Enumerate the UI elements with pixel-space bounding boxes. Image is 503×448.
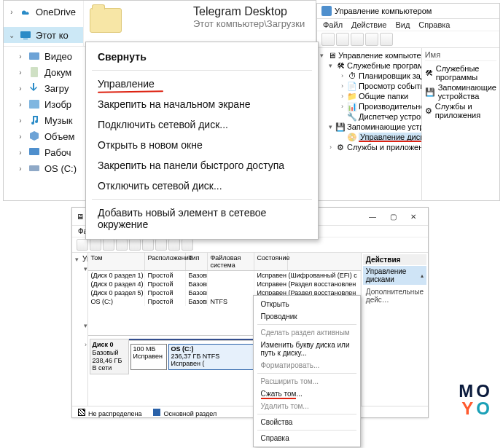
partition-1[interactable]: 100 МБ Исправен (130, 344, 167, 370)
tool-back[interactable] (321, 33, 335, 46)
node-services-apps[interactable]: ›⚙Службы и приложения (319, 142, 420, 152)
folder-icon: 📁 (348, 92, 356, 101)
ctx-help[interactable]: Справка (254, 432, 360, 444)
menu-action[interactable]: Действие (351, 20, 386, 29)
node-system-tools[interactable]: ▾Служебные програм (74, 264, 86, 273)
tool-up[interactable] (103, 239, 114, 251)
node-performance[interactable]: ›📊Производительность (319, 101, 420, 111)
disk-main-pane: Том Расположение Тип Файловая система Со… (88, 253, 362, 406)
tool-x3[interactable] (155, 239, 167, 251)
logo-y: Y (461, 398, 476, 418)
col-layout[interactable]: Расположение (145, 253, 186, 270)
node-shared-folders[interactable]: ›📁Общие папки (319, 91, 420, 101)
tool-refresh[interactable] (116, 239, 128, 251)
ctx-pin-start[interactable]: Закрепить на начальном экране (86, 94, 318, 114)
ctx-map-drive[interactable]: Подключить сетевой диск... (86, 114, 318, 135)
col-type[interactable]: Тип (186, 253, 208, 270)
folder-large-icon[interactable] (90, 8, 122, 33)
table-row[interactable]: (Диск 0 раздел 4)ПростойБазовыйИсправен … (88, 280, 361, 288)
ctx-manage[interactable]: Управление (86, 74, 318, 94)
menu-file[interactable]: Файл (323, 20, 343, 29)
ctx-properties[interactable]: Свойства (254, 416, 360, 428)
cell: NTFS (208, 297, 254, 306)
disk-status: В сети (93, 364, 112, 372)
ctx-change-letter[interactable]: Изменить букву диска или путь к диску... (254, 339, 360, 359)
node-root[interactable]: ▾Управление компьютером ( (74, 254, 86, 264)
svg-rect-6 (29, 165, 39, 171)
node-event-viewer[interactable]: ›📄Просмотр событий (319, 81, 420, 91)
list-item[interactable]: ⚙Службы и приложения (425, 102, 496, 119)
tool-help[interactable] (380, 33, 393, 46)
node-system-tools[interactable]: ▾🛠Служебные программы (319, 60, 420, 71)
ctx-format[interactable]: Форматировать... (254, 359, 360, 372)
tool-x2[interactable] (142, 239, 154, 251)
minimize-button[interactable]: — (362, 210, 383, 223)
tool-x1[interactable] (129, 239, 141, 251)
ctx-explore[interactable]: Проводник (254, 310, 360, 323)
node-services-apps[interactable]: ›Службы и приложения (74, 339, 86, 349)
actions-more[interactable]: Дополнительные дейс… (363, 286, 426, 305)
tool-x4[interactable] (168, 239, 180, 251)
tree-label: Докум (44, 67, 71, 78)
logo-o1: O (476, 381, 493, 401)
node-task-scheduler[interactable]: ›Планировщик заданий (74, 273, 88, 283)
menu-view[interactable]: Вид (395, 20, 410, 29)
table-row[interactable]: (Диск 0 раздел 1)ПростойБазовыйИсправен … (88, 271, 361, 280)
tool-up[interactable] (351, 33, 364, 46)
tree-downloads[interactable]: ›Загру (4, 80, 84, 96)
node-device-manager[interactable]: 🔧Диспетчер устройств (319, 111, 420, 122)
tree-music[interactable]: ›Музык (4, 112, 84, 128)
ctx-open[interactable]: Открыть (254, 298, 360, 310)
maximize-button[interactable]: ▢ (383, 210, 403, 223)
list-item[interactable]: 🛠Служебные программы (425, 64, 496, 82)
tree-label: Загру (44, 83, 69, 94)
ctx-shrink[interactable]: Сжать том... (254, 388, 360, 400)
cell: Простой (145, 280, 186, 288)
col-fs[interactable]: Файловая система (208, 253, 254, 270)
actions-selected[interactable]: Управление дисками (363, 266, 426, 285)
node-shared-folders[interactable]: ›Общие папки (74, 292, 88, 302)
ctx-delete[interactable]: Удалить том... (254, 400, 360, 412)
tool-fwd[interactable] (336, 33, 349, 46)
node-performance[interactable]: ›Производительность (74, 302, 88, 311)
svg-rect-2 (29, 52, 39, 60)
svg-rect-5 (29, 148, 39, 155)
part-status: Исправен ( (171, 360, 205, 367)
col-status[interactable]: Состояние (254, 253, 288, 270)
node-device-manager[interactable]: Диспетчер устройств (74, 311, 88, 321)
menu-help[interactable]: Справка (418, 20, 450, 29)
window-title: Управление компьютером (335, 7, 432, 15)
tool-back[interactable] (77, 239, 88, 251)
node-disk-management[interactable]: 📀Управление дисками (319, 132, 420, 142)
col-volume[interactable]: Том (88, 253, 145, 270)
tool-fwd[interactable] (90, 239, 101, 251)
ctx-extend[interactable]: Расширить том... (254, 375, 360, 388)
tree-onedrive[interactable]: › OneDrive (4, 4, 83, 20)
ctx-mark-active[interactable]: Сделать раздел активным (254, 326, 360, 339)
ctx-open-new-window[interactable]: Открыть в новом окне (86, 135, 318, 155)
tree-pictures[interactable]: ›Изобр (4, 96, 84, 112)
node-event-viewer[interactable]: ›Просмотр событий (74, 283, 88, 292)
node-root[interactable]: ▾🖥Управление компьютером (лс (319, 50, 420, 60)
ctx-pin-quick-access[interactable]: Закрепить на панели быстрого доступа (86, 155, 318, 176)
disk-size: 238,46 ГБ (93, 357, 122, 364)
ctx-disconnect-drive[interactable]: Отключить сетевой диск... (86, 176, 318, 196)
tree-3dobjects[interactable]: ›Объем (4, 128, 84, 144)
disk-summary[interactable]: Диск 0 Базовый 238,46 ГБ В сети (90, 339, 129, 374)
list-item[interactable]: 💾Запоминающие устройства (425, 83, 496, 101)
tools-icon: 🛠 (425, 68, 433, 77)
tool-props[interactable] (365, 33, 378, 46)
node-storage[interactable]: ▾💾Запоминающие устройс (319, 122, 420, 132)
ctx-collapse[interactable]: Свернуть (86, 47, 318, 67)
tree-os-c[interactable]: ›OS (C:) (4, 160, 84, 176)
close-button[interactable]: ✕ (403, 210, 424, 223)
node-disk-management[interactable]: Управление дисками (74, 330, 88, 339)
tool-x5[interactable] (182, 239, 193, 251)
tree-videos[interactable]: ›Видео (4, 48, 84, 64)
ctx-add-network-location[interactable]: Добавить новый элемент в сетевое окружен… (86, 203, 318, 235)
node-task-scheduler[interactable]: ›⏱Планировщик заданий (319, 71, 420, 81)
tree-documents[interactable]: ›Докум (4, 64, 84, 80)
node-storage[interactable]: ▾Запоминающие устройс (74, 321, 86, 330)
tree-this-pc[interactable]: ⌄ Этот ко (4, 27, 83, 43)
tree-desktop[interactable]: ›Рабоч (4, 144, 84, 160)
